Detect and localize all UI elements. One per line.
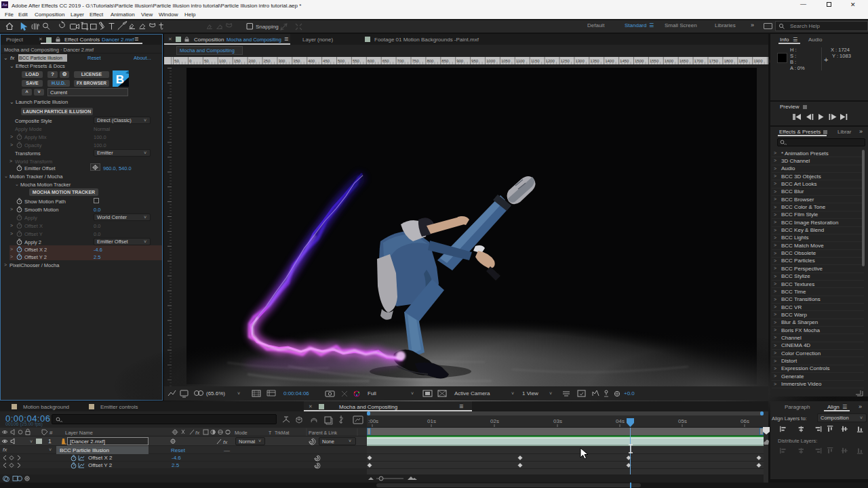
svg-text:150: 150 xyxy=(234,59,241,63)
svg-text:800: 800 xyxy=(427,59,434,63)
svg-text:TrkMat: TrkMat xyxy=(275,430,290,435)
svg-text:1850: 1850 xyxy=(738,59,748,63)
svg-text:1900: 1900 xyxy=(753,59,763,63)
svg-text:950: 950 xyxy=(471,59,479,63)
svg-text:+0.0: +0.0 xyxy=(624,390,635,396)
svg-text:50: 50 xyxy=(204,59,209,63)
svg-text:01s: 01s xyxy=(427,418,436,424)
svg-text:300: 300 xyxy=(278,59,285,63)
svg-text:1600: 1600 xyxy=(665,59,674,63)
svg-text:04s: 04s xyxy=(616,418,625,424)
svg-text:1: 1 xyxy=(48,438,52,445)
svg-text:400: 400 xyxy=(308,59,315,63)
svg-text::00s: :00s xyxy=(368,418,378,424)
svg-text:350: 350 xyxy=(293,59,300,63)
svg-text:1200: 1200 xyxy=(546,59,555,63)
svg-text:200: 200 xyxy=(249,59,256,63)
svg-text:fx: fx xyxy=(223,439,228,445)
svg-text:1300: 1300 xyxy=(575,59,585,63)
svg-text:1650: 1650 xyxy=(679,59,689,63)
svg-text:1400: 1400 xyxy=(605,59,614,63)
svg-text:˅: ˅ xyxy=(511,391,514,396)
svg-text:03s: 03s xyxy=(553,418,562,424)
svg-text:1800: 1800 xyxy=(724,59,733,63)
svg-text:˅: ˅ xyxy=(30,439,33,444)
svg-text:Mode: Mode xyxy=(235,430,248,436)
svg-text:02s: 02s xyxy=(490,418,499,424)
svg-text:1500: 1500 xyxy=(635,59,644,63)
svg-text:750: 750 xyxy=(412,59,420,63)
svg-text:650: 650 xyxy=(382,59,390,63)
svg-text:˅: ˅ xyxy=(549,391,552,396)
svg-text:˅: ˅ xyxy=(237,391,240,396)
svg-text:Snapping: Snapping xyxy=(256,24,279,30)
svg-text:1450: 1450 xyxy=(620,59,629,63)
svg-text:fx: fx xyxy=(195,430,200,436)
svg-text:Active Camera: Active Camera xyxy=(454,390,490,396)
svg-text:0: 0 xyxy=(189,59,192,63)
svg-text:˅: ˅ xyxy=(411,391,414,396)
svg-text:850: 850 xyxy=(441,59,449,63)
svg-text:06s: 06s xyxy=(741,418,749,424)
svg-text:1000: 1000 xyxy=(486,59,496,63)
svg-text:B: B xyxy=(116,73,124,86)
svg-text:1350: 1350 xyxy=(590,59,599,63)
svg-text:900: 900 xyxy=(456,59,464,63)
svg-text:Layer Name: Layer Name xyxy=(65,430,93,436)
svg-text:700: 700 xyxy=(397,59,405,63)
svg-text:550: 550 xyxy=(353,59,360,63)
svg-text:#: # xyxy=(50,430,53,436)
svg-text:1550: 1550 xyxy=(650,59,659,63)
svg-text:Parent & Link: Parent & Link xyxy=(309,430,338,435)
svg-text:T: T xyxy=(269,430,272,435)
svg-text:05s: 05s xyxy=(678,418,687,424)
svg-text:1700: 1700 xyxy=(694,59,704,63)
svg-text:500: 500 xyxy=(338,59,345,63)
svg-text:100: 100 xyxy=(219,59,226,63)
svg-text:1750: 1750 xyxy=(709,59,719,63)
svg-text:1 View: 1 View xyxy=(522,390,538,396)
svg-text:(65.6%): (65.6%) xyxy=(206,390,225,396)
svg-text:50: 50 xyxy=(174,59,179,63)
svg-text:250: 250 xyxy=(264,59,271,63)
svg-text:600: 600 xyxy=(368,59,375,63)
svg-text:Full: Full xyxy=(368,390,376,396)
svg-text:1250: 1250 xyxy=(561,59,570,63)
svg-text:1050: 1050 xyxy=(501,59,511,63)
svg-text:450: 450 xyxy=(323,59,330,63)
svg-text:0:00:04:06: 0:00:04:06 xyxy=(283,390,309,396)
